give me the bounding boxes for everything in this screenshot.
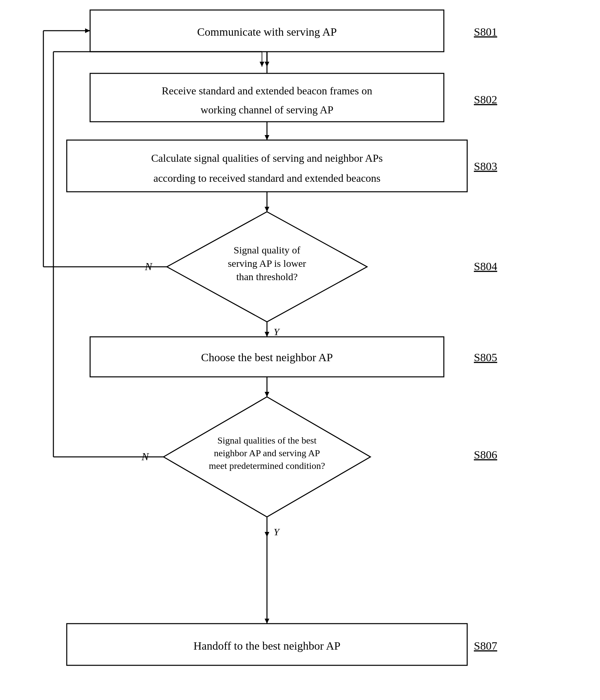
svg-marker-5 <box>260 62 264 67</box>
label-s802: S802 <box>474 93 497 106</box>
label-s804: S804 <box>474 260 497 272</box>
text-s802-line1: Receive standard and extended beacon fra… <box>162 85 373 97</box>
text-s803-line2: according to received standard and exten… <box>153 172 381 184</box>
s806-y-label: Y <box>274 526 280 537</box>
svg-marker-16 <box>265 532 269 537</box>
flowchart-container: Communicate with serving AP S801 Receive… <box>0 0 600 700</box>
label-s805: S805 <box>474 351 497 364</box>
label-s807: S807 <box>474 640 497 652</box>
svg-marker-12 <box>265 332 269 337</box>
text-s801: Communicate with serving AP <box>197 26 337 38</box>
label-s803: S803 <box>474 160 497 172</box>
label-s801: S801 <box>474 26 497 38</box>
svg-marker-8 <box>265 135 269 140</box>
text-s804-line2: serving AP is lower <box>228 258 306 269</box>
svg-marker-22 <box>85 28 90 33</box>
text-s806-line3: meet predetermined condition? <box>209 460 325 471</box>
text-s803-line1: Calculate signal qualities of serving an… <box>151 152 383 164</box>
svg-marker-6 <box>265 62 269 67</box>
label-s806: S806 <box>474 449 497 461</box>
text-s805: Choose the best neighbor AP <box>201 351 333 364</box>
svg-marker-14 <box>265 392 269 397</box>
svg-marker-10 <box>265 207 269 212</box>
text-s807: Handoff to the best neighbor AP <box>194 640 340 652</box>
s804-y-label: Y <box>274 326 280 337</box>
text-s804-line3: than threshold? <box>236 271 298 282</box>
text-s804-line1: Signal quality of <box>234 245 300 255</box>
text-s806-line1: Signal qualities of the best <box>217 435 316 446</box>
text-s806-line2: neighbor AP and serving AP <box>214 448 320 458</box>
text-s802-line2: working channel of serving AP <box>200 104 333 116</box>
svg-marker-18 <box>265 619 269 624</box>
